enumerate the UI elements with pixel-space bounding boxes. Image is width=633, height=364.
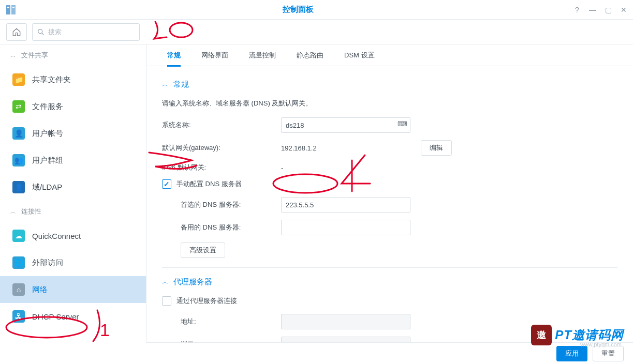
file-service-icon: ⇄ bbox=[12, 100, 25, 113]
main-panel: 常规 网络界面 流量控制 静态路由 DSM 设置 ︿ 常规 请输入系统名称、域名… bbox=[146, 44, 633, 342]
svg-line-5 bbox=[42, 33, 43, 35]
primary-dns-label: 首选的 DNS 服务器: bbox=[162, 200, 281, 209]
svg-rect-0 bbox=[6, 5, 10, 14]
globe-icon: 🌐 bbox=[12, 256, 25, 269]
sidebar-item-label: DHCP Server bbox=[32, 312, 79, 321]
help-icon[interactable]: ? bbox=[573, 6, 581, 14]
sidebar-item-dhcp-server[interactable]: 🖧 DHCP Server bbox=[0, 303, 146, 330]
panel-description: 请输入系统名称、域名服务器 (DNS) 及默认网关。 bbox=[162, 99, 617, 108]
titlebar: 控制面板 ? — ▢ ✕ bbox=[0, 0, 633, 20]
sidebar-item-label: 用户群组 bbox=[32, 156, 63, 165]
apply-button[interactable]: 应用 bbox=[556, 346, 587, 361]
cloud-icon: ☁ bbox=[12, 230, 25, 242]
network-icon: ⌂ bbox=[12, 283, 25, 296]
sidebar-item-file-services[interactable]: ⇄ 文件服务 bbox=[0, 93, 146, 120]
dns-advanced-button[interactable]: 高级设置 bbox=[181, 242, 225, 258]
sidebar-item-network[interactable]: ⌂ 网络 bbox=[0, 276, 146, 303]
tab-dsm-settings[interactable]: DSM 设置 bbox=[344, 51, 375, 65]
folder-icon: 📁 bbox=[12, 73, 25, 86]
sidebar-item-label: 用户帐号 bbox=[32, 129, 63, 139]
system-name-input[interactable] bbox=[281, 117, 410, 133]
tab-bar: 常规 网络界面 流量控制 静态路由 DSM 设置 bbox=[146, 44, 633, 66]
sidebar-item-label: 网络 bbox=[32, 285, 48, 295]
app-icon bbox=[5, 4, 18, 16]
tab-traffic-control[interactable]: 流量控制 bbox=[249, 51, 276, 65]
ipv6-gateway-value: - bbox=[281, 164, 283, 172]
tab-network-interface[interactable]: 网络界面 bbox=[201, 51, 228, 65]
sidebar-item-external-access[interactable]: 🌐 外部访问 bbox=[0, 249, 146, 276]
group-icon: 👥 bbox=[12, 154, 25, 166]
chevron-up-icon: ︿ bbox=[162, 80, 168, 89]
sidebar-item-label: QuickConnect bbox=[32, 232, 81, 240]
sidebar-section-connectivity[interactable]: ︿ 连接性 bbox=[0, 201, 146, 222]
sidebar-item-shared-folder[interactable]: 📁 共享文件夹 bbox=[0, 66, 146, 93]
footer-bar: 应用 重置 bbox=[146, 342, 633, 364]
sidebar-item-label: 外部访问 bbox=[32, 258, 63, 268]
keyboard-icon[interactable]: ⌨ bbox=[398, 120, 407, 128]
proxy-address-input bbox=[281, 314, 410, 329]
secondary-dns-label: 备用的 DNS 服务器: bbox=[162, 223, 281, 232]
proxy-enable-checkbox[interactable] bbox=[162, 296, 171, 306]
tab-general[interactable]: 常规 bbox=[167, 51, 181, 67]
svg-rect-1 bbox=[11, 5, 16, 14]
panel-title: 常规 bbox=[173, 80, 189, 89]
chevron-up-icon: ︿ bbox=[10, 52, 16, 59]
sidebar-section-label: 连接性 bbox=[21, 207, 41, 216]
sidebar-item-user[interactable]: 👤 用户帐号 bbox=[0, 120, 146, 147]
sidebar-item-label: 文件服务 bbox=[32, 102, 63, 112]
toolbar bbox=[0, 20, 633, 44]
sidebar-section-label: 文件共享 bbox=[21, 51, 48, 60]
system-name-label: 系统名称: bbox=[162, 120, 281, 130]
chevron-up-icon: ︿ bbox=[162, 278, 168, 286]
minimize-icon[interactable]: — bbox=[588, 6, 597, 14]
close-icon[interactable]: ✕ bbox=[620, 6, 628, 14]
panel-title: 代理服务器 bbox=[173, 277, 212, 287]
tab-static-route[interactable]: 静态路由 bbox=[297, 51, 323, 65]
manual-dns-label: 手动配置 DNS 服务器 bbox=[176, 179, 242, 189]
gateway-label: 默认网关(gateway): bbox=[162, 143, 281, 153]
sidebar: ︿ 文件共享 📁 共享文件夹 ⇄ 文件服务 👤 用户帐号 👥 用户群组 👤 域/… bbox=[0, 44, 146, 342]
sidebar-item-quickconnect[interactable]: ☁ QuickConnect bbox=[0, 222, 146, 249]
svg-rect-2 bbox=[7, 7, 9, 8]
proxy-address-label: 地址: bbox=[162, 317, 281, 326]
maximize-icon[interactable]: ▢ bbox=[604, 6, 612, 14]
edit-gateway-button[interactable]: 编辑 bbox=[421, 140, 452, 156]
proxy-enable-label: 通过代理服务器连接 bbox=[176, 296, 237, 306]
content-area: ︿ 常规 请输入系统名称、域名服务器 (DNS) 及默认网关。 系统名称: ⌨ … bbox=[146, 66, 633, 342]
primary-dns-input[interactable] bbox=[281, 197, 410, 213]
sidebar-item-label: 域/LDAP bbox=[32, 183, 62, 192]
sidebar-item-domain-ldap[interactable]: 👤 域/LDAP bbox=[0, 174, 146, 201]
search-box[interactable] bbox=[32, 23, 140, 41]
manual-dns-checkbox[interactable] bbox=[162, 179, 171, 189]
svg-point-4 bbox=[38, 29, 42, 33]
proxy-port-input bbox=[281, 337, 410, 342]
window-title: 控制面板 bbox=[23, 5, 573, 14]
user-icon: 👤 bbox=[12, 127, 25, 140]
ldap-icon: 👤 bbox=[12, 181, 25, 193]
sidebar-item-group[interactable]: 👥 用户群组 bbox=[0, 147, 146, 174]
sidebar-item-label: 共享文件夹 bbox=[32, 75, 71, 85]
search-icon bbox=[37, 28, 45, 36]
search-input[interactable] bbox=[48, 28, 135, 36]
panel-header-proxy[interactable]: ︿ 代理服务器 bbox=[162, 277, 617, 287]
secondary-dns-input[interactable] bbox=[281, 220, 410, 235]
chevron-up-icon: ︿ bbox=[10, 208, 16, 216]
dhcp-icon: 🖧 bbox=[12, 310, 25, 323]
reset-button[interactable]: 重置 bbox=[593, 346, 624, 361]
panel-header-general[interactable]: ︿ 常规 bbox=[162, 80, 617, 89]
sidebar-section-file-sharing[interactable]: ︿ 文件共享 bbox=[0, 44, 146, 66]
svg-rect-3 bbox=[12, 7, 14, 8]
home-button[interactable] bbox=[6, 23, 27, 41]
gateway-value: 192.168.1.2 bbox=[281, 144, 317, 152]
ipv6-gateway-label: IPv6 默认网关: bbox=[162, 163, 281, 172]
